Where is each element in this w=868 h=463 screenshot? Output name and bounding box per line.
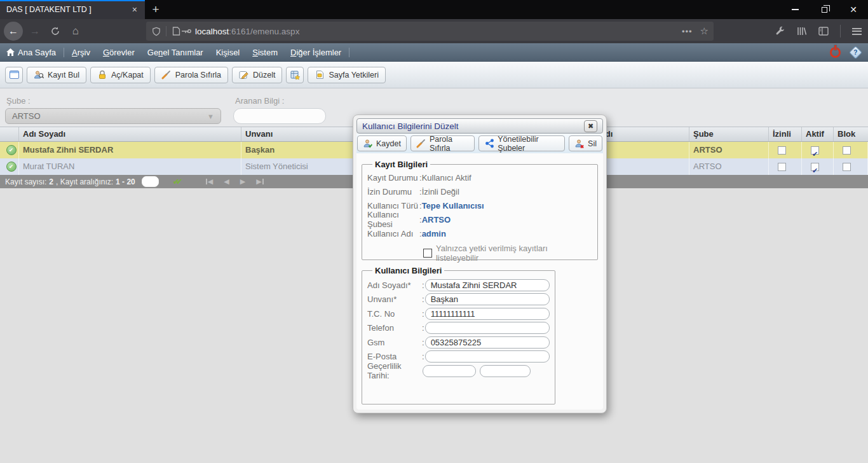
grid-star-icon — [290, 70, 300, 80]
menu-sistem[interactable]: Sistem — [246, 43, 284, 61]
tab-close-icon[interactable]: × — [131, 4, 139, 15]
izinli-checkbox[interactable] — [778, 146, 786, 155]
kaydet-button[interactable]: Kaydet — [357, 135, 407, 151]
header-izinli[interactable]: İzinli — [769, 127, 802, 141]
record-active-icon: ✔ — [6, 162, 17, 172]
header-aktif[interactable]: Aktif — [802, 127, 834, 141]
window-controls: ✕ — [780, 0, 868, 19]
app-menu-bar: Ana Sayfa Arşiv Görevler Genel Tanımlar … — [0, 43, 868, 62]
sube-label: Şube : — [6, 96, 31, 106]
yetki-checkbox[interactable] — [423, 249, 432, 258]
telefon-input[interactable] — [425, 322, 550, 334]
grid-star-button[interactable] — [286, 67, 304, 83]
blok-checkbox[interactable] — [843, 163, 851, 171]
menu-gorevler[interactable]: Görevler — [97, 43, 141, 61]
form-row: Adı Soyadı* : — [367, 278, 550, 292]
menu-arsiv[interactable]: Arşiv — [65, 43, 97, 61]
reload-button[interactable] — [47, 23, 64, 39]
sube-value: ARTSO — [12, 111, 41, 121]
browser-tab-bar: DAS [ DATAKENT LTD ] × + ✕ — [0, 0, 868, 19]
blok-checkbox[interactable] — [843, 146, 851, 155]
menu-kisisel[interactable]: Kişisel — [210, 43, 247, 61]
gecerlilik-bitis-input[interactable] — [480, 365, 531, 377]
form-row: Gsm : — [367, 335, 550, 349]
help-icon[interactable]: ? — [849, 45, 862, 59]
sayfa-yetkileri-button[interactable]: Sayfa Yetkileri — [308, 67, 386, 83]
menu-diger-islemler[interactable]: Diğer İşlemler — [284, 43, 348, 61]
form-row: Geçerlilik Tarihi: — [367, 364, 550, 378]
dropdown-chevron-icon: ▼ — [207, 113, 214, 120]
modal-parola-sifirla-button[interactable]: Parola Sıfırla — [410, 135, 475, 151]
page-icon[interactable] — [171, 26, 181, 36]
forward-button[interactable]: → — [27, 23, 43, 39]
gsm-input[interactable] — [425, 336, 550, 349]
wrench-icon[interactable] — [775, 26, 785, 36]
close-icon: ✖ — [588, 122, 593, 130]
dialog-title-bar[interactable]: Kullanıcı Bilgilerini Düzelt ✖ — [356, 118, 603, 134]
record-range: 1 - 20 — [116, 177, 135, 186]
key-icon[interactable] — [181, 26, 191, 36]
pager-next-icon[interactable]: ▶ — [240, 177, 245, 186]
tc-no-input[interactable] — [425, 308, 550, 320]
menu-icon[interactable] — [852, 28, 862, 35]
app-toolbar: Kayıt Bul Aç/Kapat Parola Sıfırla Düzelt… — [0, 62, 868, 88]
bookmark-star-icon[interactable]: ☆ — [700, 25, 709, 37]
record-range-label: , Kayıt aralığınız: — [56, 177, 113, 186]
duzelt-button[interactable]: Düzelt — [232, 67, 282, 83]
header-blok[interactable]: Blok — [834, 127, 868, 141]
kayit-bilgileri-legend: Kayıt Bilgileri — [372, 160, 430, 169]
aktif-checkbox[interactable] — [811, 146, 819, 155]
dialog-close-button[interactable]: ✖ — [584, 120, 597, 132]
sube-dropdown[interactable]: ARTSO ▼ — [5, 108, 221, 124]
restore-button[interactable] — [810, 0, 839, 19]
eposta-input[interactable] — [425, 350, 550, 363]
library-icon[interactable] — [797, 26, 807, 36]
url-bar[interactable]: localhost:6161/emenu.aspx ••• ☆ — [146, 22, 714, 41]
unvani-input[interactable] — [425, 293, 550, 305]
url-path: :6161/emenu.aspx — [229, 27, 299, 36]
screwdriver-icon — [416, 139, 426, 149]
close-window-button[interactable]: ✕ — [839, 0, 868, 19]
new-tab-button[interactable]: + — [145, 0, 166, 19]
page-number-input[interactable] — [142, 176, 159, 187]
izin-durumu-value: İzinli Değil — [422, 187, 459, 197]
sil-button[interactable]: Sil — [569, 135, 602, 151]
back-button[interactable]: ← — [4, 22, 23, 41]
gecerlilik-baslangic-input[interactable] — [423, 365, 476, 377]
lock-icon — [97, 70, 107, 80]
kayit-bul-button[interactable]: Kayıt Bul — [27, 67, 86, 83]
sidebar-icon[interactable] — [818, 26, 829, 36]
double-check-icon[interactable]: ✔✔ — [173, 177, 189, 186]
pager-prev-icon[interactable]: ◀ — [224, 177, 229, 186]
adi-soyadi-input[interactable] — [425, 279, 550, 291]
page-actions-icon[interactable]: ••• — [682, 27, 693, 36]
url-text: localhost:6161/emenu.aspx — [195, 27, 682, 36]
header-adi-soyadi[interactable]: Adı Soyadı — [19, 127, 241, 141]
pager-last-icon[interactable]: ▶ — [256, 177, 263, 186]
home-button[interactable]: ⌂ — [67, 23, 84, 39]
header-sube[interactable]: Şube — [689, 127, 769, 141]
shield-icon[interactable] — [151, 26, 161, 36]
menu-ana-sayfa[interactable]: Ana Sayfa — [0, 43, 62, 61]
url-divider — [166, 26, 166, 36]
reload-icon — [50, 26, 60, 36]
power-icon[interactable] — [830, 47, 841, 58]
page-lock-icon — [315, 70, 325, 80]
form-row: T.C. No : — [367, 307, 550, 321]
ac-kapat-button[interactable]: Aç/Kapat — [90, 67, 151, 83]
aktif-checkbox[interactable] — [811, 163, 819, 171]
parola-sifirla-button[interactable]: Parola Sıfırla — [154, 67, 228, 83]
form-row: Telefon : — [367, 321, 550, 335]
cell-adi-soyadi: Mustafa Zihni SERDAR — [19, 142, 241, 158]
menu-genel-tanimlar[interactable]: Genel Tanımlar — [141, 43, 210, 61]
record-active-icon: ✔ — [6, 145, 17, 155]
aranan-input[interactable] — [233, 108, 326, 124]
window-button[interactable] — [5, 67, 23, 83]
browser-nav-bar: ← → ⌂ localhost:6161/emenu.aspx ••• ☆ — [0, 19, 868, 43]
pager-first-icon[interactable]: ◀ — [206, 177, 213, 186]
yonetilebilir-subeler-button[interactable]: Yönetilebilir Şubeler — [478, 135, 565, 151]
edit-user-dialog: Kullanıcı Bilgilerini Düzelt ✖ Kaydet Pa… — [353, 114, 607, 413]
izinli-checkbox[interactable] — [778, 163, 786, 171]
browser-tab[interactable]: DAS [ DATAKENT LTD ] × — [0, 0, 145, 19]
minimize-button[interactable] — [780, 0, 810, 19]
